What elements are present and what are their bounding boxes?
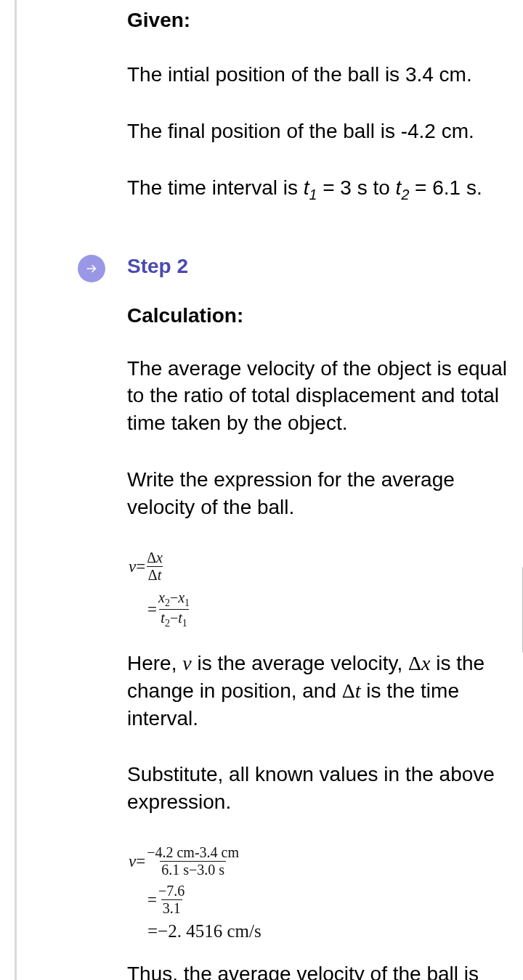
frac-dx-dt: Δx Δt: [145, 550, 164, 583]
frac-sub1-den: 6.1 s−3.0 s: [160, 861, 226, 878]
desc-v: v: [182, 652, 191, 674]
write-expression-instr: Write the expression for the average vel…: [127, 466, 508, 521]
eq2-result-text: =−2. 4516 cm/s: [147, 922, 262, 940]
content-area: Given: The intial position of the ball i…: [46, 9, 523, 980]
eq-v: v: [129, 558, 136, 575]
frac-den-t: t2−t1: [159, 609, 188, 629]
given-line-2: The final position of the ball is -4.2 c…: [127, 118, 508, 145]
step-2-label: Step 2: [127, 255, 188, 277]
step-2-header: Step 2: [127, 255, 508, 278]
eq2-eq1: =: [136, 853, 145, 870]
t1-eq: = 3 s to: [317, 176, 395, 199]
frac-num-x: x2−x1: [157, 590, 191, 610]
conclusion: Thus, the average velocity of the ball i…: [127, 960, 508, 980]
t2-sub: 2: [401, 186, 409, 202]
eq-eq1: =: [136, 558, 145, 575]
time-prefix: The time interval is: [127, 176, 304, 199]
equation-avg-velocity: v= Δx Δt = x2−x1 t2−t1: [129, 550, 508, 629]
equation-substituted: v= −4.2 cm-3.4 cm 6.1 s−3.0 s = −7.6 3.1…: [129, 845, 508, 940]
t2-eq: = 6.1 s.: [409, 176, 482, 199]
t1-symbol: t: [304, 176, 309, 199]
frac-sub1-num: −4.2 cm-3.4 cm: [145, 845, 240, 861]
step-arrow-icon: [78, 255, 105, 282]
variable-definitions: Here, v is the average velocity, Δx is t…: [127, 650, 508, 732]
eq-row-2: = x2−x1 t2−t1: [129, 590, 508, 629]
frac-den-dt: Δt: [147, 566, 163, 583]
given-line-1: The intial position of the ball is 3.4 c…: [127, 61, 508, 89]
eq2-v: v: [129, 853, 136, 870]
eq-row-1: v= Δx Δt: [129, 550, 508, 583]
desc-prefix: Here,: [127, 652, 182, 674]
given-time-interval: The time interval is t1 = 3 s to t2 = 6.…: [127, 174, 508, 204]
frac-sub2-num: −7.6: [157, 883, 186, 899]
t1-sub: 1: [309, 186, 317, 202]
frac-sub-2: −7.6 3.1: [157, 883, 186, 916]
eq2-eq2: =: [147, 891, 157, 908]
velocity-definition: The average velocity of the object is eq…: [127, 355, 508, 437]
frac-x-t: x2−x1 t2−t1: [157, 590, 191, 629]
frac-sub2-den: 3.1: [161, 899, 182, 916]
eq2-row-1: v= −4.2 cm-3.4 cm 6.1 s−3.0 s: [129, 845, 508, 878]
frac-sub-1: −4.2 cm-3.4 cm 6.1 s−3.0 s: [145, 845, 240, 878]
desc-mid1: is the average velocity,: [192, 652, 408, 674]
eq2-result: =−2. 4516 cm/s: [129, 922, 508, 940]
frac-num-dx: Δx: [145, 550, 164, 566]
substitute-instr: Substitute, all known values in the abov…: [127, 761, 508, 816]
calculation-heading: Calculation:: [127, 304, 508, 327]
desc-dt: Δt: [342, 679, 361, 702]
eq2-row-2: = −7.6 3.1: [129, 883, 508, 916]
desc-dx: Δx: [408, 652, 430, 674]
given-heading: Given:: [127, 9, 508, 32]
eq-eq2: =: [147, 601, 157, 618]
solution-page: Given: The intial position of the ball i…: [15, 0, 523, 980]
